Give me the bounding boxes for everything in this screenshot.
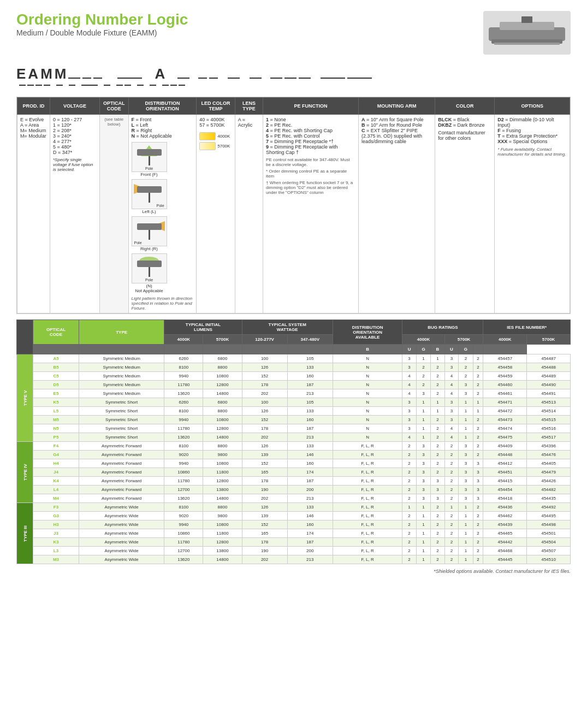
type-group-cell: TYPE V [17, 354, 33, 442]
table-cell: 454415 [483, 477, 527, 486]
table-cell: 1 [416, 424, 430, 433]
table-cell: 8800 [203, 503, 242, 512]
table-cell: 1 [459, 520, 473, 529]
th-options: OPTIONS [495, 98, 570, 115]
table-cell: Symmetric Short [79, 416, 164, 424]
table-cell: 126 [242, 407, 287, 416]
model-letter-a: A [28, 66, 38, 82]
table-cell: 133 [287, 503, 333, 512]
table-cell: 454451 [483, 468, 527, 477]
th-optical-code-data: OPTICALCODE [33, 320, 79, 345]
td-lens: A = Acrylic [235, 115, 263, 313]
table-cell: 3 [459, 451, 473, 459]
th-w120: 120-277V [242, 335, 287, 345]
table-cell: 2 [402, 451, 416, 459]
table-cell: N [333, 381, 402, 389]
table-cell: 2 [444, 486, 458, 494]
table-cell: 2 [416, 363, 430, 372]
table-row: K4Asymmetric Forward1178012800178187F, L… [17, 477, 571, 486]
table-cell: N [333, 433, 402, 442]
table-cell: 3 [473, 477, 483, 486]
table-cell: F, L, R [333, 529, 402, 538]
table-cell: 3 [416, 494, 430, 503]
table-cell: 2 [402, 520, 416, 529]
table-cell: Asymmetric Forward [79, 459, 164, 468]
blank-13 [321, 78, 345, 79]
table-cell: 1 [402, 503, 416, 512]
table-cell: 1 [416, 547, 430, 555]
table-cell: 454501 [527, 529, 571, 538]
table-row: M4Asymmetric Forward1362014800202213F, L… [17, 494, 571, 503]
model-letter-m2: M [55, 66, 67, 82]
table-cell: 213 [287, 389, 333, 398]
th-empty7 [473, 345, 483, 354]
page-subtitle: Medium / Double Module Fixture (EAMM) [16, 28, 188, 37]
table-cell: 3 [473, 494, 483, 503]
table-cell: 2 [444, 468, 458, 477]
table-cell: Asymmetric Forward [79, 468, 164, 477]
table-cell: 454514 [527, 407, 571, 416]
table-cell: 2 [459, 354, 473, 363]
svg-rect-1 [500, 22, 554, 30]
table-cell: 2 [402, 459, 416, 468]
table-cell: 133 [287, 442, 333, 451]
table-cell: N [333, 424, 402, 433]
table-row: G3Asymmetric Wide90209800139146F, L, R21… [17, 512, 571, 520]
table-row: C5Symmetric Medium994010800152160N422422… [17, 372, 571, 381]
table-cell: 10800 [203, 372, 242, 381]
table-cell: 8100 [164, 363, 203, 372]
th-u4k: U [402, 345, 416, 354]
table-cell: 8800 [203, 407, 242, 416]
table-cell: 2 [431, 529, 444, 538]
table-cell: 100 [242, 398, 287, 407]
table-cell: 2 [431, 459, 444, 468]
th-ies: IES FILE NUMBER* [483, 320, 571, 335]
table-row: D5Symmetric Medium1178012800178187N42243… [17, 381, 571, 389]
table-cell: 12700 [164, 486, 203, 494]
table-cell: F, L, R [333, 520, 402, 529]
table-cell: 2 [431, 538, 444, 547]
table-cell: F3 [33, 503, 79, 512]
table-cell: 454473 [483, 416, 527, 424]
table-cell: Asymmetric Wide [79, 520, 164, 529]
table-row: N5Symmetric Short1178012800178187N312412… [17, 424, 571, 433]
table-cell: 165 [242, 468, 287, 477]
table-cell: 10860 [164, 468, 203, 477]
table-cell: 1 [431, 407, 444, 416]
th-type-data: TYPE [79, 320, 164, 345]
table-cell: 454435 [527, 494, 571, 503]
th-empty4 [203, 345, 242, 354]
table-cell: 2 [431, 555, 444, 564]
table-cell: 174 [287, 529, 333, 538]
table-cell: 11800 [203, 529, 242, 538]
table-cell: 213 [287, 433, 333, 442]
table-row: L4Asymmetric Forward1270013800190200F, L… [17, 486, 571, 494]
table-cell: 3 [459, 389, 473, 398]
th-g4k: G [416, 345, 430, 354]
table-cell: 3 [473, 459, 483, 468]
table-cell: 3 [459, 459, 473, 468]
th-empty2 [79, 345, 164, 354]
prod-a: A = Area [20, 122, 47, 128]
table-cell: Asymmetric Forward [79, 486, 164, 494]
dist-front-label: Front (F) [132, 172, 167, 177]
table-cell: 2 [431, 433, 444, 442]
table-cell: 152 [242, 416, 287, 424]
table-cell: 1 [459, 529, 473, 538]
table-cell: 1 [459, 416, 473, 424]
table-cell: 3 [416, 486, 430, 494]
table-cell: 2 [444, 442, 458, 451]
header: Ordering Number Logic Medium / Double Mo… [16, 11, 571, 55]
table-cell: Symmetric Short [79, 433, 164, 442]
table-cell: 10800 [203, 520, 242, 529]
table-cell: 1 [416, 529, 430, 538]
table-row: K5Symmetric Short62606800100105N31131145… [17, 398, 571, 407]
table-row: TYPE IIIF3Asymmetric Wide81008800126133F… [17, 503, 571, 512]
table-cell: F, L, R [333, 503, 402, 512]
table-cell: Symmetric Medium [79, 354, 164, 363]
table-cell: 454510 [527, 555, 571, 564]
blank-6 [198, 78, 207, 79]
table-cell: J3 [33, 529, 79, 538]
table-cell: H3 [33, 520, 79, 529]
th-ies57k: 5700K [527, 335, 571, 345]
